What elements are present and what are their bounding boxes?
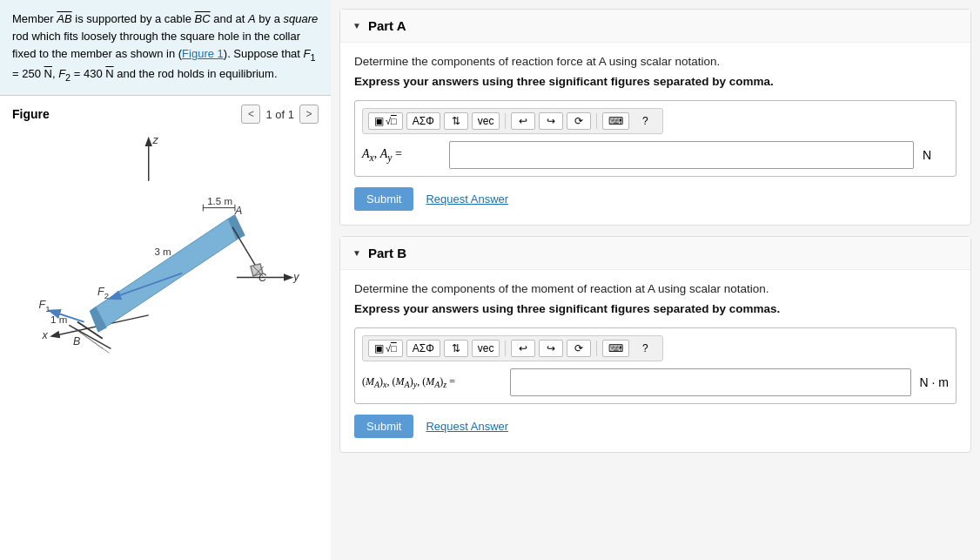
part-b-separator-1 xyxy=(505,341,506,356)
part-a-request-link[interactable]: Request Answer xyxy=(426,192,508,206)
part-b-matrix-btn[interactable]: ▣ √□ xyxy=(368,340,403,357)
part-b-input-area: ▣ √□ ΑΣΦ ⇅ vec ↩ ↪ ⟳ ⌨ ? (MA)x, ( xyxy=(354,327,957,404)
part-a-sqrt-icon: √□ xyxy=(386,116,397,126)
svg-text:x: x xyxy=(41,329,48,341)
part-a-collapse-icon: ▼ xyxy=(352,21,361,30)
part-b-unit: N · m xyxy=(920,375,949,389)
figure-link[interactable]: Figure 1 xyxy=(182,47,224,60)
part-b-toolbar: ▣ √□ ΑΣΦ ⇅ vec ↩ ↪ ⟳ ⌨ ? xyxy=(362,335,663,361)
part-a-unit: N xyxy=(923,148,949,162)
part-a-undo-btn[interactable]: ↩ xyxy=(511,112,535,130)
part-a-body: Determine the components of reaction for… xyxy=(340,43,970,225)
part-a-input-row: Ax, Ay = N xyxy=(362,141,949,169)
svg-text:3 m: 3 m xyxy=(154,246,171,257)
part-b-request-link[interactable]: Request Answer xyxy=(426,420,508,433)
svg-text:2: 2 xyxy=(104,291,109,300)
part-b-help-btn[interactable]: ? xyxy=(633,341,657,356)
part-b-input-label: (MA)x, (MA)y, (MA)z = xyxy=(362,375,501,389)
page-indicator: 1 of 1 xyxy=(265,108,294,121)
part-b-input-field[interactable] xyxy=(510,368,911,396)
part-a-matrix-btn[interactable]: ▣ √□ xyxy=(368,112,403,130)
part-a-separator-1 xyxy=(505,113,506,129)
part-b-redo-btn[interactable]: ↪ xyxy=(539,340,563,357)
nav-next-button[interactable]: > xyxy=(299,105,319,124)
part-b-collapse-icon: ▼ xyxy=(352,248,361,258)
part-b-keyboard-btn[interactable]: ⌨ xyxy=(602,340,629,357)
svg-text:B: B xyxy=(73,335,80,347)
figure-header: Figure < 1 of 1 > xyxy=(12,105,319,124)
part-a-submit-button[interactable]: Submit xyxy=(354,187,413,211)
part-b-section: ▼ Part B Determine the components of the… xyxy=(339,236,971,453)
part-a-arrows-btn[interactable]: ⇅ xyxy=(444,112,468,130)
svg-text:z: z xyxy=(152,134,159,146)
svg-text:1.5 m: 1.5 m xyxy=(207,196,232,206)
figure-section: Figure < 1 of 1 > z y x xyxy=(0,96,331,560)
part-a-help-btn[interactable]: ? xyxy=(633,113,657,129)
right-panel: ▼ Part A Determine the components of rea… xyxy=(331,0,980,560)
part-a-redo-btn[interactable]: ↪ xyxy=(539,112,563,130)
part-b-action-row: Submit Request Answer xyxy=(354,415,957,438)
part-a-input-area: ▣ √□ ΑΣΦ ⇅ vec ↩ ↪ ⟳ ⌨ ? Ax, Ay = xyxy=(354,100,957,177)
figure-nav: < 1 of 1 > xyxy=(241,105,319,124)
left-panel: Member AB is supported by a cable BC and… xyxy=(0,0,331,560)
part-a-matrix-icon: ▣ xyxy=(374,115,384,127)
part-b-separator-2 xyxy=(596,341,597,356)
svg-text:1: 1 xyxy=(45,304,50,314)
figure-svg: z y x xyxy=(12,131,319,357)
part-a-sigma-btn[interactable]: ΑΣΦ xyxy=(406,112,440,130)
part-a-action-row: Submit Request Answer xyxy=(354,187,957,211)
part-a-header[interactable]: ▼ Part A xyxy=(340,10,970,43)
nav-prev-button[interactable]: < xyxy=(241,105,260,124)
part-b-undo-btn[interactable]: ↩ xyxy=(511,340,535,357)
part-a-section: ▼ Part A Determine the components of rea… xyxy=(339,9,971,226)
part-b-submit-button[interactable]: Submit xyxy=(354,415,413,438)
figure-canvas: z y x xyxy=(12,131,319,551)
svg-rect-0 xyxy=(27,131,304,357)
part-b-arrows-btn[interactable]: ⇅ xyxy=(444,340,468,357)
figure-title: Figure xyxy=(12,107,50,121)
problem-text: Member AB is supported by a cable BC and… xyxy=(0,0,331,96)
part-b-sqrt-icon: √□ xyxy=(386,343,397,354)
part-b-instruction: Express your answers using three signifi… xyxy=(354,302,957,315)
svg-text:y: y xyxy=(292,271,299,283)
part-a-vec-btn[interactable]: vec xyxy=(472,112,500,130)
part-a-keyboard-btn[interactable]: ⌨ xyxy=(602,112,629,130)
part-b-sigma-btn[interactable]: ΑΣΦ xyxy=(406,340,440,357)
part-a-toolbar: ▣ √□ ΑΣΦ ⇅ vec ↩ ↪ ⟳ ⌨ ? xyxy=(362,108,663,134)
svg-text:1 m: 1 m xyxy=(50,315,67,326)
part-b-input-row: (MA)x, (MA)y, (MA)z = N · m xyxy=(362,368,949,396)
part-b-description: Determine the components of the moment o… xyxy=(354,282,957,295)
part-a-separator-2 xyxy=(596,113,597,129)
part-b-header[interactable]: ▼ Part B xyxy=(340,237,970,270)
part-a-input-field[interactable] xyxy=(449,141,914,169)
part-a-input-label: Ax, Ay = xyxy=(362,147,440,164)
part-a-description: Determine the components of reaction for… xyxy=(354,55,957,68)
part-a-title: Part A xyxy=(368,18,406,33)
part-b-body: Determine the components of the moment o… xyxy=(340,270,970,452)
part-a-instruction: Express your answers using three signifi… xyxy=(354,75,957,88)
part-b-matrix-icon: ▣ xyxy=(374,342,384,354)
part-b-title: Part B xyxy=(368,246,406,260)
part-b-vec-btn[interactable]: vec xyxy=(472,340,500,357)
part-a-refresh-btn[interactable]: ⟳ xyxy=(567,112,591,130)
part-b-refresh-btn[interactable]: ⟳ xyxy=(567,340,591,357)
